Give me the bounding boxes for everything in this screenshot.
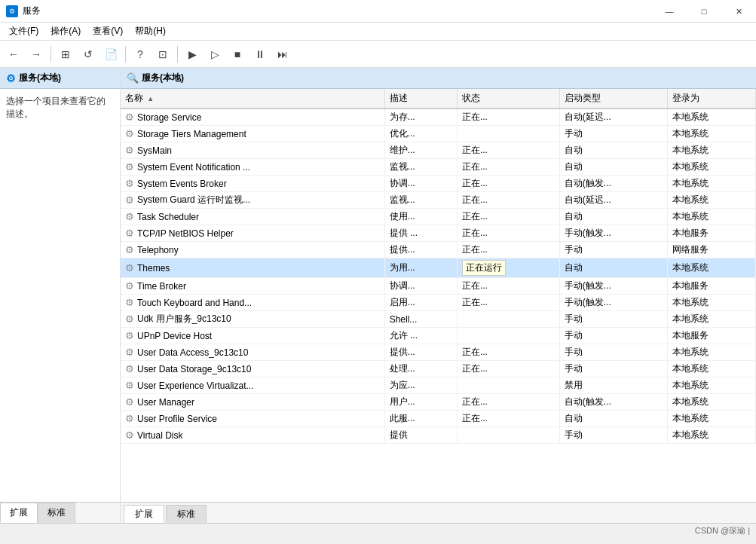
menu-help[interactable]: 帮助(H) <box>129 23 172 39</box>
table-row[interactable]: ⚙Telephony提供...正在...手动网络服务 <box>121 242 756 258</box>
service-status-cell: 正在... <box>457 209 559 225</box>
table-row[interactable]: ⚙UPnP Device Host允许 ...手动本地服务 <box>121 328 756 344</box>
service-desc-cell: 为存... <box>384 108 457 126</box>
table-row[interactable]: ⚙User Manager用户...正在...自动(触发...本地系统 <box>121 394 756 411</box>
bottom-tabs: 扩展 标准 <box>121 502 756 523</box>
table-row[interactable]: ⚙Udk 用户服务_9c13c10Shell...手动本地系统 <box>121 311 756 328</box>
close-button[interactable]: ✕ <box>721 0 756 23</box>
table-row[interactable]: ⚙User Data Access_9c13c10提供...正在...手动本地系… <box>121 344 756 361</box>
service-desc-cell: 维护... <box>384 142 457 159</box>
table-row[interactable]: ⚙Storage Tiers Management优化...手动本地系统 <box>121 126 756 142</box>
service-login-cell: 本地系统 <box>668 108 756 126</box>
service-name-cell: ⚙Themes <box>121 258 384 278</box>
show-hide-console-button[interactable]: ⊞ <box>55 44 76 65</box>
service-table-wrapper[interactable]: 名称 ▲ 描述 状态 启动类型 登录为 ⚙Storage Service为存..… <box>121 89 756 502</box>
service-desc-cell: 启用... <box>384 295 457 311</box>
service-startup-cell: 手动 <box>559 427 667 444</box>
menu-action[interactable]: 操作(A) <box>44 23 87 39</box>
col-name[interactable]: 名称 ▲ <box>121 89 384 108</box>
maximize-button[interactable]: □ <box>687 0 721 23</box>
table-row[interactable]: ⚙System Guard 运行时监视...监视...正在...自动(延迟...… <box>121 192 756 209</box>
service-startup-cell: 手动 <box>559 126 667 142</box>
refresh-button[interactable]: ↺ <box>78 44 99 65</box>
service-startup-cell: 自动(延迟... <box>559 108 667 126</box>
service-startup-cell: 自动 <box>559 209 667 225</box>
service-desc-cell: 监视... <box>384 192 457 209</box>
service-startup-cell: 手动(触发... <box>559 278 667 295</box>
table-row[interactable]: ⚙Time Broker协调...正在...手动(触发...本地服务 <box>121 278 756 295</box>
forward-button[interactable]: → <box>26 44 47 65</box>
col-startup[interactable]: 启动类型 <box>559 89 667 108</box>
service-startup-cell: 手动(触发... <box>559 295 667 311</box>
table-row[interactable]: ⚙User Profile Service此服...正在...自动本地系统 <box>121 411 756 427</box>
service-startup-cell: 自动(延迟... <box>559 192 667 209</box>
tab-standard-bottom[interactable]: 标准 <box>166 505 207 523</box>
service-login-cell: 本地系统 <box>668 361 756 377</box>
service-status-cell: 正在... <box>457 242 559 258</box>
service-desc-cell: 处理... <box>384 361 457 377</box>
service-status-cell: 正在... <box>457 192 559 209</box>
service-status-cell <box>457 328 559 344</box>
service-name-cell: ⚙User Profile Service <box>121 411 384 427</box>
service-status-cell: 正在... <box>457 361 559 377</box>
table-row[interactable]: ⚙Touch Keyboard and Hand...启用...正在...手动(… <box>121 295 756 311</box>
service-login-cell: 本地服务 <box>668 225 756 242</box>
service-startup-cell: 自动 <box>559 411 667 427</box>
service-login-cell: 本地系统 <box>668 411 756 427</box>
table-row[interactable]: ⚙Storage Service为存...正在...自动(延迟...本地系统 <box>121 108 756 126</box>
service-startup-cell: 手动(触发... <box>559 225 667 242</box>
export-button[interactable]: 📄 <box>100 44 121 65</box>
tab-extend-bottom[interactable]: 扩展 <box>124 505 164 523</box>
service-desc-cell: 为应... <box>384 377 457 394</box>
start-service-button[interactable]: ▶ <box>182 44 203 65</box>
table-row[interactable]: ⚙User Experience Virtualizat...为应...禁用本地… <box>121 377 756 394</box>
status-tooltip: 正在运行 <box>462 260 506 276</box>
start-service2-button[interactable]: ▷ <box>204 44 225 65</box>
service-login-cell: 本地系统 <box>668 377 756 394</box>
service-name-cell: ⚙Udk 用户服务_9c13c10 <box>121 311 384 328</box>
col-login[interactable]: 登录为 <box>668 89 756 108</box>
back-button[interactable]: ← <box>3 44 24 65</box>
menu-view[interactable]: 查看(V) <box>87 23 129 39</box>
service-name-cell: ⚙Storage Service <box>121 108 384 126</box>
service-status-cell: 正在... <box>457 159 559 176</box>
left-panel-body: 选择一个项目来查看它的描述。 <box>0 89 120 502</box>
service-desc-cell: 优化... <box>384 126 457 142</box>
tab-standard[interactable]: 标准 <box>38 503 75 523</box>
service-startup-cell: 手动 <box>559 242 667 258</box>
service-login-cell: 本地服务 <box>668 328 756 344</box>
pause-service-button[interactable]: ⏸ <box>249 44 271 65</box>
tab-extend[interactable]: 扩展 <box>0 503 38 523</box>
service-login-cell: 本地系统 <box>668 258 756 278</box>
col-desc[interactable]: 描述 <box>384 89 457 108</box>
table-row[interactable]: ⚙Task Scheduler使用...正在...自动本地系统 <box>121 209 756 225</box>
minimize-button[interactable]: — <box>652 0 687 23</box>
service-name-cell: ⚙System Guard 运行时监视... <box>121 192 384 209</box>
title-bar: ⚙ 服务 — □ ✕ <box>0 0 756 23</box>
search-icon: 🔍 <box>127 72 139 84</box>
col-status[interactable]: 状态 <box>457 89 559 108</box>
properties-button[interactable]: ⊡ <box>152 44 173 65</box>
service-status-cell: 正在... <box>457 394 559 411</box>
service-desc-cell: 用户... <box>384 394 457 411</box>
stop-service-button[interactable]: ■ <box>227 44 248 65</box>
service-login-cell: 本地系统 <box>668 311 756 328</box>
table-row[interactable]: ⚙SysMain维护...正在...自动本地系统 <box>121 142 756 159</box>
service-desc-cell: 提供 ... <box>384 225 457 242</box>
help-button[interactable]: ? <box>130 44 151 65</box>
table-row[interactable]: ⚙Virtual Disk提供手动本地系统 <box>121 427 756 444</box>
table-row[interactable]: ⚙TCP/IP NetBIOS Helper提供 ...正在...手动(触发..… <box>121 225 756 242</box>
table-row[interactable]: ⚙User Data Storage_9c13c10处理...正在...手动本地… <box>121 361 756 377</box>
table-row[interactable]: ⚙System Event Notification ...监视...正在...… <box>121 159 756 176</box>
service-login-cell: 本地系统 <box>668 394 756 411</box>
service-name-cell: ⚙Touch Keyboard and Hand... <box>121 295 384 311</box>
service-desc-cell: 允许 ... <box>384 328 457 344</box>
table-row[interactable]: ⚙Themes为用...正在运行自动本地系统 <box>121 258 756 278</box>
restart-service-button[interactable]: ⏭ <box>272 44 293 65</box>
service-name-cell: ⚙SysMain <box>121 142 384 159</box>
window-controls: — □ ✕ <box>652 0 756 23</box>
menu-file[interactable]: 文件(F) <box>3 23 44 39</box>
table-row[interactable]: ⚙System Events Broker协调...正在...自动(触发...本… <box>121 176 756 192</box>
service-name-cell: ⚙User Data Storage_9c13c10 <box>121 361 384 377</box>
service-status-cell: 正在... <box>457 142 559 159</box>
